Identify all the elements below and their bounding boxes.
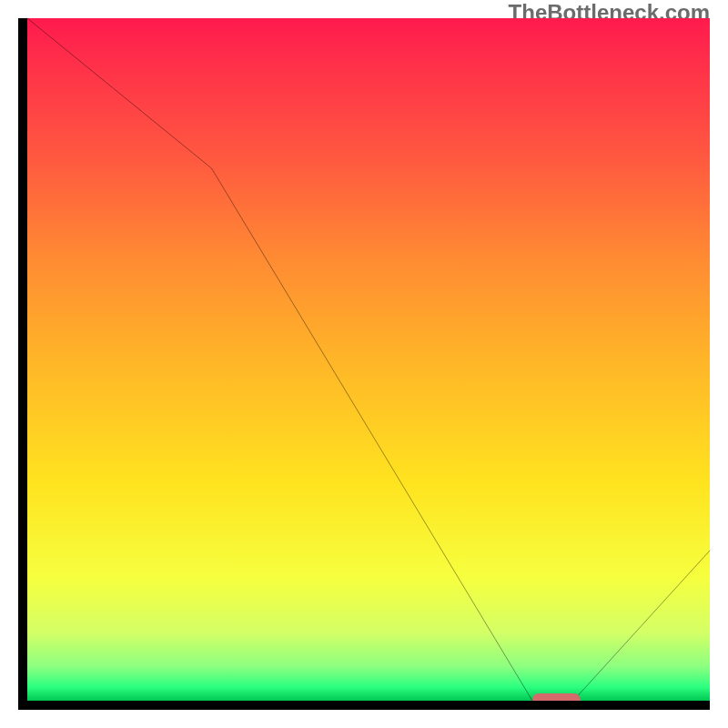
axes [18, 18, 710, 710]
bottleneck-chart [18, 18, 710, 710]
